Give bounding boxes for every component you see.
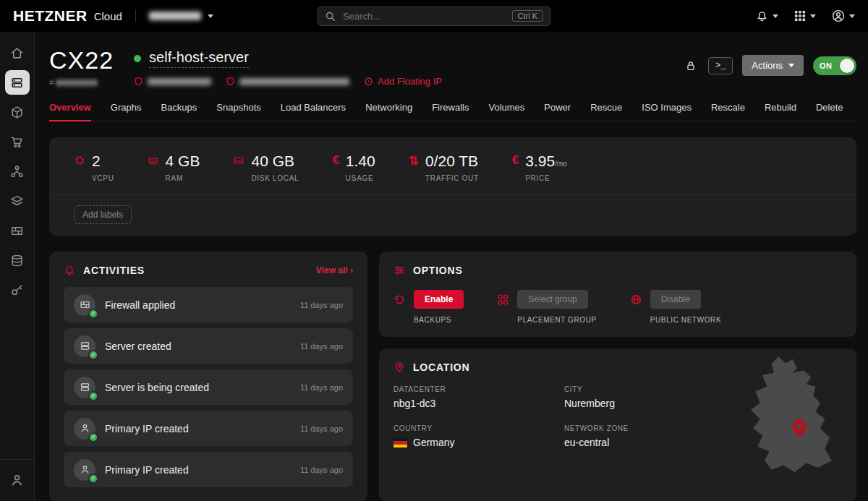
- add-floating-ip-link[interactable]: Add Floating IP: [364, 76, 442, 87]
- search-input[interactable]: [341, 10, 506, 22]
- hetzner-logo[interactable]: HETZNER: [13, 7, 88, 25]
- option-label: BACKUPS: [414, 316, 464, 324]
- activity-label: Primary IP created: [105, 464, 189, 476]
- sidebar-item-images[interactable]: [5, 100, 30, 124]
- firewall-icon: [10, 224, 24, 238]
- stat-usage: € 1.40 USAGE: [332, 153, 375, 182]
- option-backups: Enable BACKUPS: [393, 290, 464, 324]
- tab-backups[interactable]: Backups: [161, 102, 197, 121]
- stat-value: 3.95/mo: [525, 153, 567, 169]
- stat-disk: 40 GB DISK LOCAL: [233, 153, 299, 182]
- search-bar[interactable]: Ctrl K: [318, 7, 550, 26]
- activity-time: 11 days ago: [300, 342, 343, 351]
- tab-volumes[interactable]: Volumes: [488, 102, 524, 121]
- disk-icon: [233, 155, 244, 166]
- server-id: #: [49, 78, 114, 87]
- sidebar-item-servers[interactable]: [5, 70, 30, 95]
- option-label: PLACEMENT GROUP: [517, 316, 596, 324]
- tab-delete[interactable]: Delete: [816, 102, 843, 121]
- tab-overview[interactable]: Overview: [49, 102, 91, 121]
- sidebar-item-security[interactable]: [5, 278, 30, 302]
- server-type: CX22: [49, 48, 114, 72]
- tab-networking[interactable]: Networking: [365, 102, 412, 121]
- tab-rebuild[interactable]: Rebuild: [765, 102, 796, 121]
- tab-graphs[interactable]: Graphs: [111, 102, 142, 121]
- product-name: Cloud: [94, 10, 122, 22]
- chevron-down-icon: [773, 14, 778, 18]
- console-button[interactable]: >_: [708, 57, 733, 74]
- apps-menu[interactable]: [794, 10, 816, 22]
- activity-row[interactable]: Primary IP created 11 days ago: [64, 411, 353, 446]
- activity-label: Server is being created: [105, 382, 209, 393]
- field-value: eu-central: [564, 437, 735, 448]
- add-labels-button[interactable]: Add labels: [74, 205, 132, 224]
- stat-vcpu: 2 VCPU: [74, 153, 114, 182]
- sidebar-item-networks[interactable]: [5, 159, 30, 184]
- tab-rescue[interactable]: Rescue: [590, 102, 622, 121]
- grid-icon: [794, 10, 806, 22]
- enable-backups-button[interactable]: Enable: [414, 290, 464, 309]
- sidebar-bottom: [0, 459, 34, 501]
- notifications-menu[interactable]: [756, 10, 778, 22]
- stat-value: 40 GB: [251, 153, 299, 169]
- tab-snapshots[interactable]: Snapshots: [216, 102, 260, 121]
- field-country: COUNTRY Germany: [393, 424, 564, 448]
- option-placement-group: Select group PLACEMENT GROUP: [497, 290, 596, 324]
- cart-icon: [10, 135, 24, 149]
- cpu-icon: [74, 155, 85, 166]
- sidebar-item-volumes[interactable]: [5, 248, 30, 273]
- view-all-link[interactable]: View all: [316, 265, 353, 275]
- primary-ipv4[interactable]: [134, 77, 211, 86]
- topbar: HETZNER Cloud Ctrl K: [0, 0, 868, 32]
- server-controls: >_ Actions ON: [683, 55, 856, 76]
- floating-ip-icon: [364, 77, 373, 86]
- tab-power[interactable]: Power: [544, 102, 571, 121]
- select-placement-group-button[interactable]: Select group: [517, 290, 587, 309]
- ip-person-icon: [80, 464, 90, 475]
- ipv4-redacted: [148, 78, 211, 85]
- server-icon: [10, 76, 24, 90]
- options-title: OPTIONS: [413, 265, 463, 276]
- status-dot: [134, 55, 141, 62]
- option-public-network: Disable PUBLIC NETWORK: [630, 290, 721, 324]
- activity-time: 11 days ago: [300, 466, 343, 474]
- actions-button[interactable]: Actions: [742, 55, 804, 76]
- tab-load-balancers[interactable]: Load Balancers: [281, 102, 346, 121]
- power-toggle[interactable]: ON: [813, 56, 856, 75]
- activity-row[interactable]: Server is being created 11 days ago: [64, 369, 353, 405]
- network-nodes-icon: [10, 165, 24, 179]
- chevron-down-icon: [810, 14, 816, 18]
- sidebar-item-feedback[interactable]: [5, 468, 30, 492]
- tab-firewalls[interactable]: Firewalls: [432, 102, 469, 121]
- activity-row[interactable]: Firewall applied 11 days ago: [64, 287, 353, 322]
- sidebar-item-home[interactable]: [5, 40, 30, 65]
- server-name[interactable]: self-host-server: [149, 49, 249, 68]
- stat-label: TRAFFIC OUT: [425, 174, 479, 182]
- topbar-divider: [135, 9, 136, 22]
- tab-rescale[interactable]: Rescale: [711, 102, 745, 121]
- server-icon: [80, 341, 90, 351]
- server-type-block: CX22 #: [49, 48, 114, 87]
- success-badge-icon: [88, 432, 98, 442]
- account-menu[interactable]: [832, 9, 855, 22]
- sidebar-item-load-balancers[interactable]: [5, 189, 30, 213]
- activity-row[interactable]: Primary IP created 11 days ago: [64, 452, 353, 487]
- search-shortcut: Ctrl K: [512, 10, 544, 22]
- field-value: Germany: [393, 437, 564, 448]
- activity-time: 11 days ago: [300, 301, 343, 309]
- stat-ram: 4 GB RAM: [148, 153, 200, 182]
- project-selector[interactable]: [149, 12, 213, 20]
- location-pin-icon: [393, 361, 405, 373]
- sidebar-item-firewalls[interactable]: [5, 218, 30, 243]
- success-badge-icon: [88, 350, 98, 360]
- disable-public-network-button[interactable]: Disable: [650, 290, 701, 309]
- backup-restore-icon: [393, 294, 406, 306]
- field-value: Nuremberg: [564, 398, 735, 409]
- stat-price: € 3.95/mo PRICE: [512, 153, 567, 182]
- tab-iso-images[interactable]: ISO Images: [642, 102, 692, 121]
- primary-ipv6[interactable]: [226, 77, 349, 86]
- activity-row[interactable]: Server created 11 days ago: [64, 328, 353, 364]
- server-tabs: Overview Graphs Backups Snapshots Load B…: [49, 102, 856, 121]
- lock-button[interactable]: [683, 58, 699, 74]
- sidebar-item-cart[interactable]: [5, 129, 30, 154]
